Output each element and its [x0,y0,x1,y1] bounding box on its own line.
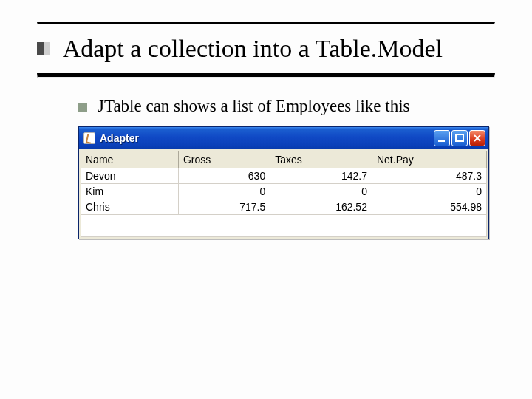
bullet-text: JTable can shows a list of Employees lik… [98,97,410,116]
square-bullet-icon [78,103,87,112]
cell-gross: 0 [178,184,270,200]
cell-net: 487.3 [372,168,486,184]
cell-taxes: 162.52 [270,200,372,215]
cell-name: Kim [81,184,179,200]
cell-taxes: 142.7 [270,168,372,184]
slide-title-text: Adapt a collection into a Table.Model [63,35,443,62]
table-row[interactable]: Devon 630 142.7 487.3 [81,168,487,184]
table-row[interactable]: Kim 0 0 0 [81,184,487,200]
minimize-button[interactable] [434,130,450,146]
slide-title: Adapt a collection into a Table.Model [37,35,495,63]
java-cup-icon [83,132,95,144]
col-header-gross[interactable]: Gross [178,151,270,168]
col-header-taxes[interactable]: Taxes [270,151,372,168]
cell-net: 554.98 [372,200,486,215]
maximize-button[interactable] [451,130,468,146]
window-titlebar[interactable]: Adapter [79,127,488,149]
window-client-area: Name Gross Taxes Net.Pay Devon 630 142.7… [79,149,488,239]
cell-gross: 630 [178,168,270,184]
cell-name: Devon [81,168,179,184]
cell-name: Chris [81,200,179,215]
title-underline [37,73,495,78]
cell-taxes: 0 [270,184,372,200]
window-title: Adapter [100,132,429,144]
app-window: Adapter [78,126,489,239]
svg-rect-1 [456,134,463,141]
cell-net: 0 [372,184,486,200]
col-header-name[interactable]: Name [81,151,179,168]
cell-gross: 717.5 [178,200,270,215]
col-header-net[interactable]: Net.Pay [372,151,486,168]
table-header-row: Name Gross Taxes Net.Pay [81,151,487,168]
bullet-item: JTable can shows a list of Employees lik… [78,97,495,116]
title-bullet-icon [37,42,50,55]
employee-table[interactable]: Name Gross Taxes Net.Pay Devon 630 142.7… [81,151,487,215]
table-row[interactable]: Chris 717.5 162.52 554.98 [81,200,487,215]
top-rule [37,22,495,24]
table-empty-area [81,215,487,237]
close-button[interactable] [469,130,485,146]
svg-rect-0 [438,140,445,142]
